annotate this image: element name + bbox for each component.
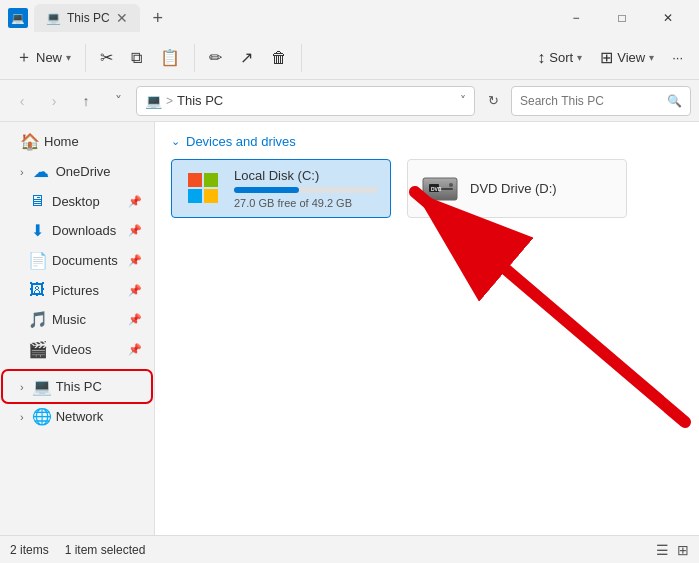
back-button[interactable]: ‹ [8,87,36,115]
tab-strip: 💻 This PC ✕ + [34,4,553,32]
sidebar-item-videos[interactable]: 🎬 Videos 📌 [4,335,150,364]
network-icon: 🌐 [32,407,50,426]
pin-icon: 📌 [128,254,142,267]
sidebar-item-network[interactable]: › 🌐 Network [4,402,150,431]
tiles-view-button[interactable]: ⊞ [677,542,689,558]
statusbar-right: ☰ ⊞ [656,542,689,558]
sidebar-item-label: Music [52,312,122,327]
chevron-icon: › [20,411,24,423]
search-bar: 🔍 [511,86,691,116]
delete-icon: 🗑 [271,49,287,67]
drive-local-c[interactable]: Local Disk (C:) 27.0 GB free of 49.2 GB [171,159,391,218]
svg-rect-1 [204,173,218,187]
sidebar-item-onedrive[interactable]: › ☁ OneDrive [4,157,150,186]
breadcrumb-this-pc: This PC [177,93,223,108]
sidebar-item-music[interactable]: 🎵 Music 📌 [4,305,150,334]
thispc-icon: 💻 [32,377,50,396]
drive-bar [234,187,378,193]
view-button[interactable]: ⊞ View ▾ [592,42,662,73]
sidebar-item-home[interactable]: 🏠 Home [4,127,150,156]
sidebar-item-downloads[interactable]: ⬇ Downloads 📌 [4,216,150,245]
main-area: 🏠 Home › ☁ OneDrive 🖥 Desktop 📌 ⬇ Downlo… [0,122,699,535]
sort-icon: ↕ [537,49,545,67]
onedrive-icon: ☁ [32,162,50,181]
drive-dvd-d[interactable]: DVD DVD Drive (D:) [407,159,627,218]
svg-rect-3 [204,189,218,203]
sidebar-item-pictures[interactable]: 🖼 Pictures 📌 [4,276,150,304]
selected-count: 1 item selected [65,543,146,557]
separator-2 [194,44,195,72]
statusbar: 2 items 1 item selected ☰ ⊞ [0,535,699,563]
section-title: Devices and drives [186,134,296,149]
pin-icon: 📌 [128,343,142,356]
breadcrumb-separator: > [166,94,173,108]
sidebar-item-label: Downloads [52,223,122,238]
view-icon: ⊞ [600,48,613,67]
drive-space: 27.0 GB free of 49.2 GB [234,197,378,209]
drive-info: DVD Drive (D:) [470,181,614,196]
view-dropdown-caret: ▾ [649,52,654,63]
list-view-button[interactable]: ☰ [656,542,669,558]
sidebar-item-thispc[interactable]: › 💻 This PC [4,372,150,401]
sort-button[interactable]: ↕ Sort ▾ [529,43,590,73]
svg-rect-8 [441,188,453,190]
svg-rect-2 [188,189,202,203]
addressbar: ‹ › ↑ ˅ 💻 > This PC ˅ ↻ 🔍 [0,80,699,122]
tab-this-pc[interactable]: 💻 This PC ✕ [34,4,140,32]
refresh-button[interactable]: ↻ [479,87,507,115]
close-button[interactable]: ✕ [645,0,691,36]
more-button[interactable]: ··· [664,44,691,71]
chevron-icon: › [20,381,24,393]
downloads-icon: ⬇ [28,221,46,240]
tab-label: This PC [67,11,110,25]
breadcrumb-dropdown[interactable]: ˅ [460,94,466,108]
pin-icon: 📌 [128,195,142,208]
titlebar: 💻 💻 This PC ✕ + − □ ✕ [0,0,699,36]
drive-name: Local Disk (C:) [234,168,378,183]
toolbar: ＋ New ▾ ✂ ⧉ 📋 ✏ ↗ 🗑 ↕ Sort ▾ ⊞ View ▾ ··… [0,36,699,80]
sidebar-item-label: Pictures [52,283,122,298]
separator-3 [301,44,302,72]
rename-button[interactable]: ✏ [201,42,230,73]
documents-icon: 📄 [28,251,46,270]
share-button[interactable]: ↗ [232,42,261,73]
sidebar: 🏠 Home › ☁ OneDrive 🖥 Desktop 📌 ⬇ Downlo… [0,122,155,535]
minimize-button[interactable]: − [553,0,599,36]
search-input[interactable] [520,94,663,108]
sidebar-item-label: Network [56,409,142,424]
sidebar-item-label: This PC [56,379,142,394]
svg-line-11 [415,192,685,422]
window-controls: − □ ✕ [553,0,691,36]
sort-dropdown-caret: ▾ [577,52,582,63]
rename-icon: ✏ [209,48,222,67]
delete-button[interactable]: 🗑 [263,43,295,73]
new-tab-button[interactable]: + [144,4,172,32]
pin-icon: 📌 [128,284,142,297]
sidebar-item-label: Documents [52,253,122,268]
svg-point-9 [449,183,453,187]
tab-close-button[interactable]: ✕ [116,10,128,26]
new-button[interactable]: ＋ New ▾ [8,41,79,74]
cut-button[interactable]: ✂ [92,42,121,73]
paste-button[interactable]: 📋 [152,42,188,73]
up-arrow-button[interactable]: ↑ [72,87,100,115]
forward-button[interactable]: › [40,87,68,115]
sidebar-item-label: Home [44,134,142,149]
app-icon: 💻 [8,8,28,28]
section-chevron-icon: ⌄ [171,135,180,148]
share-icon: ↗ [240,48,253,67]
breadcrumb-bar[interactable]: 💻 > This PC ˅ [136,86,475,116]
sidebar-item-documents[interactable]: 📄 Documents 📌 [4,246,150,275]
sidebar-item-label: Desktop [52,194,122,209]
drive-bar-fill [234,187,299,193]
sidebar-item-desktop[interactable]: 🖥 Desktop 📌 [4,187,150,215]
devices-section-header[interactable]: ⌄ Devices and drives [171,134,683,149]
tab-icon: 💻 [46,11,61,25]
new-dropdown-caret: ▾ [66,52,71,63]
items-count: 2 items [10,543,49,557]
maximize-button[interactable]: □ [599,0,645,36]
recent-locations-button[interactable]: ˅ [104,87,132,115]
music-icon: 🎵 [28,310,46,329]
copy-button[interactable]: ⧉ [123,43,150,73]
copy-icon: ⧉ [131,49,142,67]
